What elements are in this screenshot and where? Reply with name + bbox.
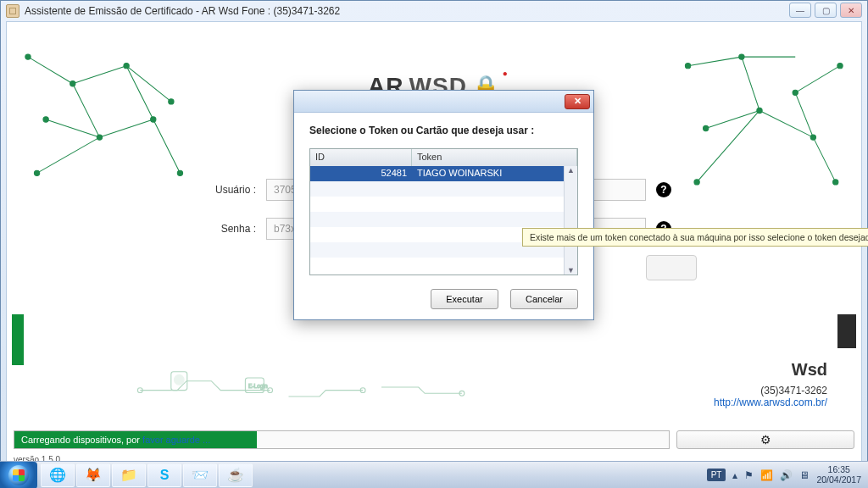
table-row[interactable] — [310, 197, 577, 212]
status-text-b: favor aguarde ... — [140, 435, 210, 445]
svg-text:E-Login: E-Login — [248, 383, 268, 390]
windows-orb-icon — [8, 465, 29, 485]
svg-line-6 — [126, 66, 153, 119]
help-icon[interactable]: ? — [656, 182, 671, 197]
tray-volume-icon[interactable]: 🔊 — [780, 469, 793, 481]
svg-line-0 — [28, 57, 73, 84]
svg-line-8 — [153, 119, 181, 173]
svg-point-32 — [757, 108, 762, 113]
table-row[interactable] — [310, 181, 577, 197]
svg-line-18 — [688, 57, 742, 66]
table-row[interactable] — [310, 258, 577, 273]
svg-line-20 — [795, 66, 840, 93]
window-title: Assistente de Emissão de Certificado - A… — [25, 5, 340, 17]
close-button[interactable]: ✕ — [840, 3, 862, 18]
settings-button[interactable]: ⚙ — [676, 430, 854, 449]
language-indicator[interactable]: PT — [707, 469, 726, 481]
clock-time: 16:35 — [816, 465, 861, 475]
svg-line-23 — [742, 57, 760, 110]
table-scrollbar[interactable] — [564, 166, 577, 274]
company-phone: (35)3471-3262 — [714, 385, 827, 396]
svg-line-4 — [99, 119, 153, 137]
svg-point-14 — [97, 135, 102, 140]
decoration-network-right — [666, 39, 853, 200]
password-label: Senha : — [197, 223, 256, 235]
status-bar: Carregando dispositivos, por favor aguar… — [14, 430, 854, 449]
java-icon — [6, 4, 19, 18]
taskbar-mail-icon[interactable]: 📨 — [183, 463, 217, 487]
dialog-heading: Selecione o Token ou Cartão que deseja u… — [309, 125, 578, 136]
status-text-a: Carregando dispositivos, por — [21, 435, 140, 445]
company-url[interactable]: http://www.arwsd.com.br/ — [714, 396, 827, 408]
svg-line-2 — [126, 66, 171, 102]
company-name: Wsd — [714, 360, 827, 380]
decoration-bar-left — [12, 314, 24, 365]
svg-line-1 — [73, 66, 126, 84]
tooltip: Existe mais de um token conectado à sua … — [522, 228, 868, 247]
app-window: Assistente de Emissão de Certificado - A… — [0, 0, 868, 488]
svg-point-11 — [124, 64, 129, 69]
decoration-circuit: E-Login — [134, 358, 505, 417]
taskbar-java-icon[interactable]: ☕ — [219, 463, 253, 487]
tray-power-icon[interactable]: 🖥 — [799, 469, 810, 481]
gear-icon: ⚙ — [760, 433, 771, 446]
start-button[interactable] — [0, 462, 37, 489]
svg-point-9 — [25, 54, 31, 59]
taskbar-firefox-icon[interactable]: 🦊 — [76, 463, 110, 487]
svg-point-30 — [837, 64, 843, 69]
svg-line-7 — [37, 137, 100, 173]
submit-button[interactable] — [646, 255, 697, 280]
user-label: Usuário : — [197, 184, 256, 196]
decoration-bar-right — [837, 314, 856, 348]
taskbar-chrome-icon[interactable]: 🌐 — [41, 463, 75, 487]
svg-point-34 — [694, 180, 699, 185]
taskbar[interactable]: 🌐 🦊 📁 S 📨 ☕ PT ▴ ⚑ 📶 🔊 🖥 16:35 20/04/201… — [0, 461, 868, 488]
tray-chevron-icon[interactable]: ▴ — [732, 469, 737, 481]
titlebar[interactable]: Assistente de Emissão de Certificado - A… — [1, 1, 867, 21]
cell-token: TIAGO WOINARSKI — [412, 166, 577, 181]
svg-point-16 — [34, 170, 39, 175]
taskbar-explorer-icon[interactable]: 📁 — [112, 463, 146, 487]
table-row[interactable]: 52481 TIAGO WOINARSKI — [310, 166, 577, 181]
token-table[interactable]: ID Token 52481 TIAGO WOINARSKI — [309, 148, 578, 275]
svg-point-31 — [704, 125, 709, 130]
cell-id: 52481 — [310, 166, 412, 181]
svg-point-10 — [70, 81, 75, 86]
taskbar-skype-icon[interactable]: S — [147, 463, 181, 487]
svg-point-35 — [833, 180, 838, 185]
svg-line-26 — [813, 137, 835, 182]
svg-line-22 — [760, 110, 813, 137]
progress-bar: Carregando dispositivos, por favor aguar… — [14, 430, 670, 449]
maximize-button[interactable]: ▢ — [815, 3, 837, 18]
minimize-button[interactable]: — — [789, 3, 811, 18]
tray-clock[interactable]: 16:35 20/04/2017 — [816, 465, 861, 485]
dialog-titlebar[interactable]: ✕ — [294, 91, 593, 113]
tray-network-icon[interactable]: 📶 — [760, 469, 773, 481]
svg-point-33 — [810, 135, 815, 140]
token-select-dialog: ✕ Selecione o Token ou Cartão que deseja… — [293, 90, 594, 320]
tray-flag-icon[interactable]: ⚑ — [744, 469, 754, 481]
decoration-network-left — [15, 39, 202, 200]
svg-point-28 — [739, 54, 744, 59]
svg-point-12 — [169, 99, 174, 104]
col-id[interactable]: ID — [310, 149, 412, 166]
svg-point-15 — [151, 117, 156, 122]
dialog-close-button[interactable]: ✕ — [565, 94, 590, 109]
col-token[interactable]: Token — [412, 149, 577, 166]
execute-button[interactable]: Executar — [431, 289, 498, 309]
svg-point-17 — [177, 170, 182, 175]
svg-point-27 — [685, 64, 690, 69]
svg-point-29 — [793, 90, 798, 95]
clock-date: 20/04/2017 — [816, 475, 861, 485]
svg-point-13 — [43, 117, 48, 122]
cancel-button[interactable]: Cancelar — [510, 289, 578, 309]
company-info: Wsd (35)3471-3262 http://www.arwsd.com.b… — [714, 360, 827, 408]
system-tray[interactable]: PT ▴ ⚑ 📶 🔊 🖥 16:35 20/04/2017 — [700, 465, 868, 485]
table-row[interactable] — [310, 212, 577, 227]
svg-line-24 — [795, 92, 813, 137]
